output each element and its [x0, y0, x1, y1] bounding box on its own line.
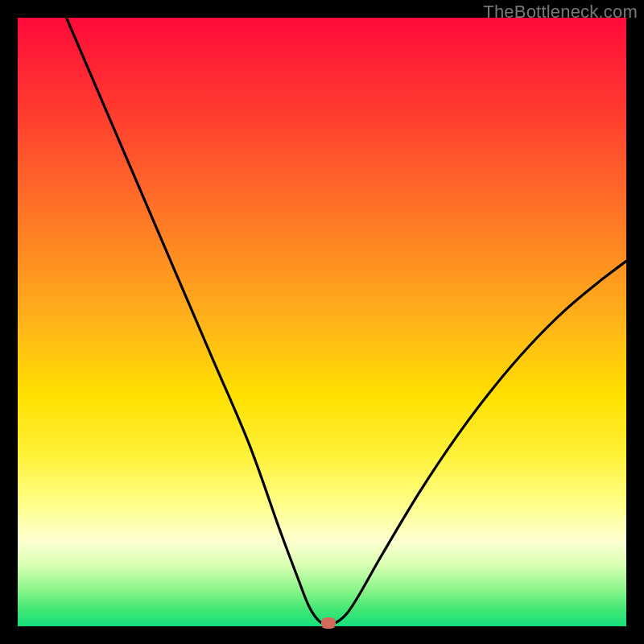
attribution-label: TheBottleneck.com [483, 2, 638, 23]
bottleneck-curve [18, 18, 626, 626]
chart-frame: TheBottleneck.com [0, 0, 644, 644]
optimum-marker [321, 617, 336, 629]
plot-area [18, 18, 626, 626]
